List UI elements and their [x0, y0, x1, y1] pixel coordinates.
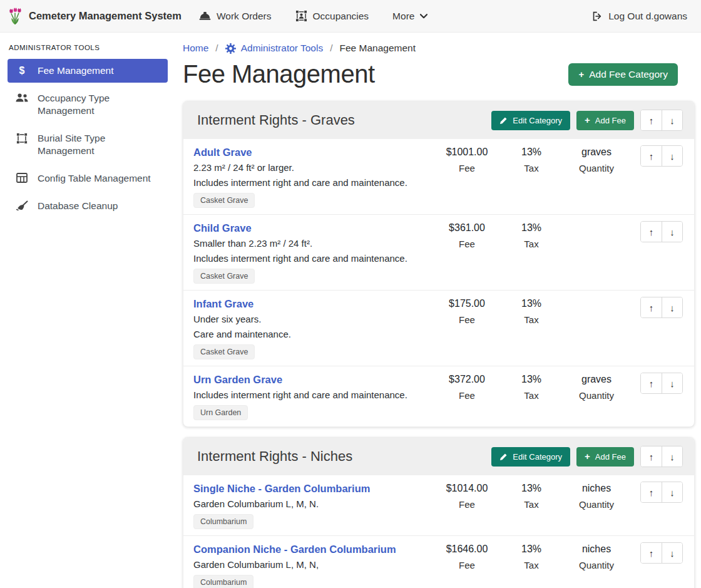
- sidebar: ADMINISTRATOR TOOLS $ Fee Management Occ…: [0, 33, 175, 222]
- add-fee-button[interactable]: + Add Fee: [576, 111, 634, 130]
- logout-icon: [591, 11, 603, 22]
- up-arrow-icon: ↑: [649, 115, 654, 126]
- move-down-button[interactable]: ↓: [662, 110, 682, 130]
- move-up-button[interactable]: ↑: [641, 446, 662, 467]
- fee-amount: $1001.00: [432, 146, 501, 158]
- fee-label: Fee: [432, 498, 501, 510]
- fee-name-link[interactable]: Companion Niche - Garden Columbarium: [193, 543, 396, 555]
- fee-category-card: Interment Rights - Graves Edit Category …: [183, 101, 695, 427]
- add-fee-label: Add Fee: [595, 116, 626, 125]
- dollar-icon: $: [15, 65, 29, 76]
- tax-value: 13%: [501, 482, 561, 495]
- fee-name-link[interactable]: Child Grave: [193, 222, 252, 234]
- tax-value: 13%: [501, 146, 561, 158]
- nav-more-menu[interactable]: More: [392, 11, 427, 22]
- move-up-button[interactable]: ↑: [641, 297, 662, 317]
- move-down-button[interactable]: ↓: [662, 543, 682, 563]
- fee-amount: $1014.00: [432, 482, 501, 495]
- breadcrumb-home-link[interactable]: Home: [183, 43, 208, 54]
- tax-label: Tax: [501, 389, 561, 401]
- edit-category-button[interactable]: Edit Category: [491, 111, 570, 130]
- nav-work-orders[interactable]: Work Orders: [199, 11, 272, 22]
- fee-description: Includes interment right and care and ma…: [193, 389, 432, 401]
- fee-label: Fee: [432, 389, 501, 401]
- fee-row: Infant Grave Under six years. Care and m…: [183, 290, 694, 366]
- fee-row: Urn Garden Grave Includes interment righ…: [183, 366, 694, 426]
- up-arrow-icon: ↑: [649, 378, 654, 389]
- tax-label: Tax: [501, 314, 561, 326]
- move-down-button[interactable]: ↓: [662, 446, 682, 467]
- down-arrow-icon: ↓: [670, 302, 675, 313]
- fee-label: Fee: [432, 162, 501, 174]
- fee-description: Smaller than 2.23 m² / 24 ft².: [193, 237, 432, 249]
- tax-label: Tax: [501, 559, 561, 571]
- fee-description: Garden Columbarium L, M, N.: [193, 498, 432, 510]
- breadcrumb-current: Fee Management: [340, 43, 416, 54]
- nav-more-label: More: [392, 11, 414, 22]
- move-up-button[interactable]: ↑: [641, 482, 662, 502]
- quantity-value: graves: [561, 373, 632, 386]
- move-down-button[interactable]: ↓: [662, 373, 682, 393]
- sidebar-item-fee-management[interactable]: $ Fee Management: [8, 59, 168, 83]
- move-down-button[interactable]: ↓: [662, 146, 682, 166]
- edit-category-button[interactable]: Edit Category: [491, 447, 570, 467]
- fee-name-link[interactable]: Single Niche - Garden Columbarium: [193, 482, 370, 495]
- down-arrow-icon: ↓: [670, 451, 675, 462]
- move-up-button[interactable]: ↑: [641, 373, 662, 393]
- plus-icon: +: [585, 453, 590, 460]
- sidebar-item-occupancy-type-management[interactable]: Occupancy Type Management: [8, 86, 168, 123]
- move-up-button[interactable]: ↑: [641, 110, 662, 130]
- breadcrumb-admin-tools-link[interactable]: Administrator Tools: [225, 43, 324, 54]
- add-fee-category-button[interactable]: + Add Fee Category: [568, 63, 678, 86]
- move-down-button[interactable]: ↓: [662, 297, 682, 317]
- plus-icon: +: [585, 116, 590, 124]
- fee-reorder-group: ↑ ↓: [640, 221, 683, 242]
- quantity-label: Quantity: [561, 162, 632, 174]
- fee-amount: $1646.00: [432, 543, 501, 555]
- fee-name-link[interactable]: Urn Garden Grave: [193, 373, 282, 386]
- app-title: Cemetery Management System: [29, 10, 182, 22]
- sidebar-item-label: Fee Management: [38, 64, 114, 77]
- occupancy-plot-icon: [295, 10, 307, 22]
- fee-tag-badge: Columbarium: [193, 514, 253, 529]
- fee-description: Includes interment right and care and ma…: [193, 252, 432, 264]
- fee-reorder-group: ↑ ↓: [640, 482, 683, 503]
- fee-label: Fee: [432, 314, 501, 326]
- quantity-label: Quantity: [561, 389, 632, 401]
- fee-amount: $361.00: [432, 222, 501, 234]
- move-up-button[interactable]: ↑: [641, 146, 662, 166]
- tax-label: Tax: [501, 238, 561, 250]
- sidebar-item-label: Occupancy Type Management: [38, 92, 160, 117]
- fee-tag-badge: Casket Grave: [193, 344, 255, 359]
- move-down-button[interactable]: ↓: [662, 482, 682, 502]
- fee-row: Single Niche - Garden Columbarium Garden…: [183, 475, 694, 535]
- logout-button[interactable]: Log Out d.gowans: [591, 11, 687, 22]
- fee-tag-badge: Urn Garden: [193, 405, 248, 420]
- hard-hat-icon: [199, 11, 211, 21]
- fee-amount: $372.00: [432, 373, 501, 386]
- sidebar-item-burial-site-type-management[interactable]: Burial Site Type Management: [8, 126, 168, 163]
- fee-reorder-group: ↑ ↓: [640, 373, 683, 394]
- add-fee-category-label: Add Fee Category: [589, 69, 668, 80]
- fee-name-link[interactable]: Adult Grave: [193, 146, 252, 158]
- add-fee-button[interactable]: + Add Fee: [576, 447, 634, 467]
- fee-category-card: Interment Rights - Niches Edit Category …: [183, 437, 695, 588]
- chevron-down-icon: [420, 14, 427, 19]
- nav-occupancies[interactable]: Occupancies: [295, 10, 369, 22]
- fee-name-link[interactable]: Infant Grave: [193, 297, 253, 310]
- quantity-value: niches: [561, 543, 632, 555]
- up-arrow-icon: ↑: [649, 227, 654, 237]
- move-down-button[interactable]: ↓: [662, 222, 682, 242]
- main-content: Home / Administrator Tool: [175, 33, 701, 588]
- up-arrow-icon: ↑: [649, 302, 654, 313]
- move-up-button[interactable]: ↑: [641, 543, 662, 563]
- broom-icon: [15, 200, 29, 212]
- users-icon: [15, 93, 29, 103]
- tax-label: Tax: [501, 498, 561, 510]
- pencil-icon: [499, 453, 508, 461]
- move-up-button[interactable]: ↑: [641, 222, 662, 242]
- app-brand: Cemetery Management System: [8, 7, 182, 26]
- sidebar-item-config-table-management[interactable]: Config Table Management: [8, 167, 168, 190]
- category-header: Interment Rights - Niches Edit Category …: [183, 438, 694, 475]
- sidebar-item-database-cleanup[interactable]: Database Cleanup: [8, 194, 168, 218]
